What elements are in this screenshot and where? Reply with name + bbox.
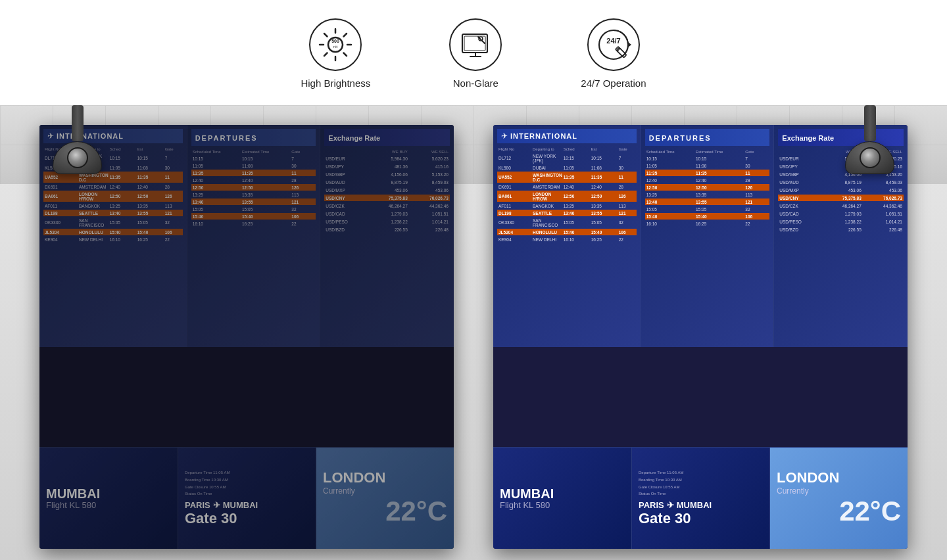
samsung-ex-title: Exchange Rate: [782, 134, 834, 142]
flight-rows-right: DL712NEW YORK (JFK)10:1510:157 KL580DUBA…: [497, 152, 637, 243]
high-brightness-label: High Brightness: [301, 78, 370, 89]
operation-feature: 24/7 24/7 Operation: [581, 18, 646, 89]
svg-rect-11: [462, 34, 487, 53]
dep-row: 12:4012:4028: [645, 177, 770, 183]
conventional-paris-panel: Departure Time 11:05 AM Boarding Time 10…: [178, 448, 316, 549]
lamp-left-rod: [72, 105, 84, 141]
svg-text:nit: nit: [333, 45, 338, 49]
svg-line-4: [324, 34, 328, 37]
dep-row: 11:0511:0830: [191, 162, 316, 169]
lamp-right-rod: [864, 105, 876, 141]
dep-row: 10:1510:157: [191, 155, 316, 162]
samsung-info-panels: MUMBAI Flight KL 580 Departure Time 11:0…: [493, 447, 908, 549]
ex-row: USD/CNY75,375.8376,026.73: [324, 195, 450, 201]
ex-rows-left: USD/EUR5,984.305,620.23 USD/JPY481.36415…: [324, 155, 450, 233]
conventional-dep-title: DEPARTURES: [195, 134, 258, 142]
dep-row: 16:1016:2522: [645, 220, 770, 227]
high-brightness-icon-wrap: 500 nit: [309, 18, 362, 71]
conventional-mumbai-flight: Flight KL 580: [46, 500, 171, 510]
ex-row: USD/CNY75,375.8376,026.73: [778, 195, 904, 201]
operation-label: 24/7 Operation: [581, 78, 646, 89]
flight-row: KL580DUBAI11:0511:0830: [497, 164, 637, 171]
svg-rect-19: [616, 47, 627, 58]
samsung-board-title-bar: ✈ INTERNATIONAL: [497, 129, 637, 143]
lamp-right: [845, 105, 894, 174]
flight-row: EK691AMSTERDAM12:4012:4028: [497, 183, 637, 190]
lamp-right-lens: [860, 147, 881, 168]
sun-brightness-icon: 500 nit: [316, 25, 355, 64]
lamp-left: [53, 105, 102, 174]
comparison-section: ✈ INTERNATIONAL Flight No Departing to S…: [0, 105, 947, 560]
ex-row: USD/MXP453.06453.06: [778, 187, 904, 193]
flight-row: AF011BANGKOK13:2513:35113: [497, 202, 637, 209]
dep-row: 16:1016:2522: [191, 220, 316, 227]
dep-row: 15:4015:40106: [191, 213, 316, 220]
flight-row: JL5204HONOLULU15:4015:40106: [497, 229, 637, 235]
conventional-mumbai-panel: MUMBAI Flight KL 580: [39, 448, 178, 549]
samsung-departures-board: DEPARTURES Scheduled Time Estimated Time…: [641, 125, 775, 347]
conventional-ex-title-bar: Exchange Rate: [324, 129, 450, 146]
flight-row: UA552WASHINGTON D.C11:3511:3511: [497, 172, 637, 183]
ex-row: USD/BZD226.55226.48: [324, 226, 450, 233]
samsung-paris-details: Departure Time 11:05 AM Boarding Time 10…: [639, 469, 763, 498]
svg-line-6: [344, 34, 347, 37]
samsung-dep-title-bar: DEPARTURES: [645, 129, 770, 146]
flight-row: EK691AMSTERDAM12:4012:4028: [43, 183, 183, 190]
dep-row: 13:2513:35113: [645, 191, 770, 198]
conventional-gate-info: Gate 30: [185, 510, 309, 527]
lamp-left-lens: [67, 147, 88, 168]
dep-row: 13:4013:55121: [645, 198, 770, 205]
samsung-mumbai-flight: Flight KL 580: [500, 500, 625, 510]
samsung-route: PARIS ✈ MUMBAI: [639, 500, 763, 510]
conventional-weather-city: LONDON: [323, 469, 447, 486]
ex-row: USD/AUD8,875.198,459.03: [778, 179, 904, 185]
dep-row: 15:4015:40106: [645, 213, 770, 220]
samsung-flight-board: ✈ INTERNATIONAL Flight No Departing to S…: [493, 125, 641, 347]
svg-line-5: [344, 53, 347, 56]
svg-text:500: 500: [332, 39, 340, 43]
non-glare-icon: [456, 25, 495, 64]
dep-row: 13:4013:55121: [191, 198, 316, 205]
svg-text:24/7: 24/7: [606, 37, 620, 45]
flight-row: BA061LONDON H'ROW12:5012:50126: [497, 191, 637, 202]
conventional-exchange-board: Exchange Rate WE BUY WE SELL USD/EUR5,98…: [320, 125, 454, 347]
ex-col-headers: WE BUY WE SELL: [324, 149, 450, 155]
flight-row: KE904NEW DELHI16:1016:2522: [497, 236, 637, 243]
operation-icon-wrap: 24/7: [587, 18, 640, 71]
dep-row: 12:4012:4028: [191, 177, 316, 183]
samsung-paris-panel: Departure Time 11:05 AM Boarding Time 10…: [631, 448, 769, 549]
ex-row: USD/CAD1,279.031,051.51: [324, 210, 450, 217]
conventional-ex-title: Exchange Rate: [328, 134, 380, 142]
samsung-dep-col-headers: Scheduled Time Estimated Time Gate: [645, 149, 770, 155]
dep-col-headers: Scheduled Time Estimated Time Gate: [191, 149, 316, 155]
ex-row: USD/JPY481.36415.16: [324, 163, 450, 170]
high-brightness-feature: 500 nit High Brightness: [301, 18, 370, 89]
ex-row: USD/CAD1,279.031,051.51: [778, 210, 904, 217]
dep-row: 11:0511:0830: [645, 162, 770, 169]
lamp-left-head: [53, 141, 102, 174]
ex-row: USD/PESO1,238.221,014.21: [778, 218, 904, 225]
dep-row: 12:5012:50126: [191, 184, 316, 191]
dep-rows-right: 10:1510:157 11:0511:0830 11:3511:3511 12…: [645, 155, 770, 227]
features-section: 500 nit High Brightness Non-Glare: [0, 0, 947, 105]
dep-row: 11:3511:3511: [645, 170, 770, 176]
conventional-dep-title-bar: DEPARTURES: [191, 129, 316, 146]
conventional-display-wrapper: ✈ INTERNATIONAL Flight No Departing to S…: [39, 125, 454, 549]
samsung-weather-temp: 22°C: [777, 496, 901, 527]
flight-row: DL712NEW YORK (JFK)10:1510:157: [497, 152, 637, 164]
ex-row: USD/EUR5,984.305,620.23: [324, 155, 450, 162]
flight-row: JL5204HONOLULU15:4015:40106: [43, 229, 183, 235]
samsung-gate-info: Gate 30: [639, 510, 763, 527]
ex-row: USD/AUD8,875.198,459.03: [324, 179, 450, 185]
dep-row: 15:0515:0532: [191, 206, 316, 212]
screens-wrapper: ✈ INTERNATIONAL Flight No Departing to S…: [0, 125, 947, 549]
conventional-display: ✈ INTERNATIONAL Flight No Departing to S…: [39, 125, 454, 549]
dep-row: 12:5012:50126: [645, 184, 770, 191]
plane-icon-right: ✈: [501, 131, 508, 141]
conventional-weather-currently: Currently: [323, 486, 447, 496]
conventional-info-panels: MUMBAI Flight KL 580 Departure Time 11:0…: [39, 447, 454, 549]
lamp-right-head: [845, 141, 894, 174]
samsung-flight-col-headers: Flight No Departing to Sched Est Gate: [497, 146, 637, 152]
ex-row: USD/CZK46,264.2744,362.46: [324, 202, 450, 209]
samsung-display: ✈ INTERNATIONAL Flight No Departing to S…: [493, 125, 908, 549]
